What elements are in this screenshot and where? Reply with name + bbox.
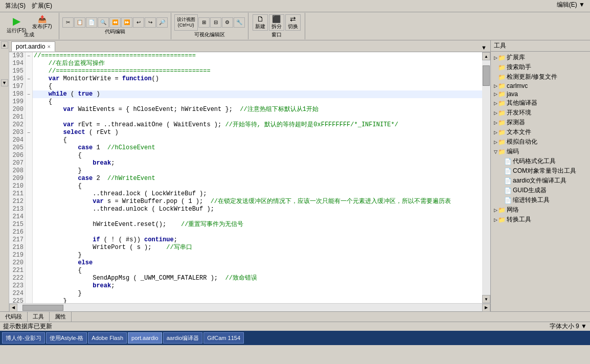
taskbar-item-2[interactable]: Adobe Flash (88, 332, 127, 344)
scroll-thumb[interactable] (483, 65, 490, 86)
toolbar-btn-6[interactable]: ⏩ (121, 17, 132, 28)
tree-item[interactable]: 📄 aardio文件编译工具 (492, 176, 589, 186)
taskbar-item-3[interactable]: port.aardio (128, 332, 162, 344)
code-line (33, 213, 482, 221)
vertical-scrollbar[interactable]: ▲ ▼ (482, 52, 490, 303)
design-view-button[interactable]: 设计视图(Ctrl+U) (174, 14, 198, 31)
tree-item[interactable]: 📄 缩进转换工具 (492, 195, 589, 205)
file-tab[interactable]: port.aardio × (11, 41, 55, 52)
left-arrow-down[interactable]: ▼ (1, 79, 8, 86)
tree-item[interactable]: 📄 代码格式化工具 (492, 156, 589, 166)
toolbar-btn-8[interactable]: ↪ (145, 17, 156, 28)
left-arrow-up[interactable]: ▲ (1, 41, 8, 49)
tree-item-label: GUID生成器 (513, 186, 547, 195)
toolbar-group-code-edit: ✂ 📋 📄 🔍 ⏪ ⏩ ↩ ↪ 🔎 代码编辑 (59, 13, 171, 39)
code-line: ..thread.lock ( LockWriteBuf ); (33, 190, 482, 198)
visual-btn-3[interactable]: ⚙ (222, 17, 233, 28)
taskbar-item-1[interactable]: 使用Astyle-格 (46, 332, 87, 344)
code-line: var rEvt = ..thread.waitOne ( WaitEvents… (33, 121, 482, 129)
tree-item-label: COM对象常量导出工具 (513, 167, 576, 175)
tree-item[interactable]: ▷ 📁 转换工具 (492, 215, 589, 224)
menu-suanfa[interactable]: 算法(S) (2, 1, 29, 11)
code-line: SendAppMsg ( _UWM_COMM_FATALERR ); //致命错… (33, 275, 482, 282)
tree-item[interactable]: 📁 检测更新/修复文件 (492, 72, 589, 82)
tree-item-label: 网络 (507, 206, 519, 214)
tree-item[interactable]: ▷ 📁 扩展库 (492, 53, 589, 62)
tree-item[interactable]: 📄 GUID生成器 (492, 186, 589, 195)
visual-btn-1[interactable]: ⊞ (198, 17, 210, 28)
menu-edit-right[interactable]: 编辑(E) ▼ (554, 0, 588, 9)
switch-button[interactable]: ⇄切换 (285, 14, 301, 31)
toolbar-btn-3[interactable]: 📄 (86, 17, 97, 28)
tree-item[interactable]: 📁 搜索助手 (492, 62, 589, 72)
tree-item[interactable]: 📄 COM对象常量导出工具 (492, 166, 589, 176)
right-panel-title: 工具 (494, 41, 506, 50)
code-line: var s = WriteBuffer.pop ( 1 ); //在锁定发送缓冲… (33, 198, 482, 206)
bottom-tab-props[interactable]: 属性 (50, 312, 72, 322)
toolbar-btn-5[interactable]: ⏪ (109, 17, 121, 28)
tree-item-label: 代码格式化工具 (513, 157, 556, 166)
code-line: } (33, 252, 482, 259)
code-line: //======================================… (33, 67, 482, 75)
publish-button[interactable]: 📤 发布(F7) (30, 14, 54, 31)
tree-item-label: 其他编译器 (507, 99, 537, 107)
toolbar-btn-2[interactable]: 📋 (74, 17, 85, 28)
toolbar-group-generate: ▶ 运行(F5) 📤 发布(F7) 生成 (0, 13, 59, 39)
code-line: var WaitEvents = { hCloseEvent; hWriteEv… (33, 106, 482, 113)
tree-item[interactable]: ▷ 📁 carlmvc (492, 82, 589, 90)
hscroll-left-btn[interactable]: ◀ (9, 304, 17, 312)
tab-close-btn[interactable]: × (47, 43, 50, 50)
code-line: hWriteEvent.reset(); //重置写事件为无信号 (33, 221, 482, 229)
split-button[interactable]: ⬛拆分 (269, 14, 284, 31)
bottom-tab-codesnip[interactable]: 代码段 (0, 312, 28, 322)
hscroll-right-btn[interactable]: ▶ (482, 304, 490, 312)
font-size-control[interactable]: 字体大小 9 ▼ (550, 322, 587, 331)
tree-item[interactable]: ▽ 📁 编码 (492, 147, 589, 156)
code-line: //======================================… (33, 52, 482, 60)
tree-item[interactable]: ▷ 📁 文本文件 (492, 127, 589, 137)
code-line: } (33, 290, 482, 298)
new-window-button[interactable]: 🗋新建 (253, 14, 268, 31)
hscroll-track[interactable] (17, 304, 482, 311)
toolbar-btn-7[interactable]: ↩ (133, 17, 144, 28)
code-line: WritePort ( s ); //写串口 (33, 244, 482, 252)
scroll-down-btn[interactable]: ▼ (482, 295, 490, 303)
code-line: { (33, 183, 482, 190)
tree-item[interactable]: ▷ 📁 模拟自动化 (492, 137, 589, 147)
tree-item-label: 转换工具 (507, 215, 531, 224)
scroll-up-btn[interactable]: ▲ (482, 52, 490, 60)
tab-dropdown[interactable]: ▼ (479, 43, 489, 52)
code-line: { (33, 136, 482, 144)
code-line: { (33, 83, 482, 90)
taskbar-item-5[interactable]: GifCam 1154 (203, 332, 244, 344)
code-line: { (33, 267, 482, 275)
code-line: select ( rEvt ) (33, 129, 482, 136)
bottom-tab-tools[interactable]: 工具 (28, 312, 50, 322)
visual-btn-2[interactable]: ⊟ (210, 17, 221, 28)
code-line: } (33, 167, 482, 175)
tree-item[interactable]: ▷ 📁 java (492, 90, 589, 98)
right-panel-tree: ▷ 📁 扩展库 📁 搜索助手 📁 检测更新/修复文件 ▷ 📁 carlmvc ▷… (491, 52, 590, 311)
toolbar-group-visual: 设计视图(Ctrl+U) ⊞ ⊟ ⚙ 🔧 可视化编辑区 (171, 13, 248, 39)
generate-label: 生成 (24, 31, 34, 38)
taskbar-item-0[interactable]: 博人传-业影习 (2, 332, 45, 344)
toolbar-btn-1[interactable]: ✂ (62, 17, 74, 28)
code-line (33, 113, 482, 121)
toolbar-group-window: 🗋新建 ⬛拆分 ⇄切换 窗口 (248, 13, 305, 39)
toolbar-btn-4[interactable]: 🔍 (98, 17, 109, 28)
taskbar-item-4[interactable]: aardio编译器 (163, 332, 203, 344)
toolbar-btn-search[interactable]: 🔎 (156, 17, 168, 28)
tree-item-label: aardio文件编译工具 (513, 176, 566, 185)
status-message: 提示数据库已更新 (3, 322, 52, 331)
hscroll-thumb[interactable] (22, 305, 63, 311)
run-button[interactable]: ▶ 运行(F5) (4, 14, 29, 31)
tree-item[interactable]: ▷ 📁 探测器 (492, 118, 589, 127)
code-content[interactable]: //======================================… (33, 52, 482, 303)
menu-kuozhan[interactable]: 扩展(E) (29, 1, 55, 11)
visual-btn-4[interactable]: 🔧 (234, 17, 245, 28)
tree-item[interactable]: ▷ 📁 网络 (492, 205, 589, 215)
scroll-track[interactable] (482, 60, 490, 295)
tree-item[interactable]: ▷ 📁 开发环境 (492, 108, 589, 118)
tree-item-label: 检测更新/修复文件 (507, 73, 557, 81)
tree-item[interactable]: ▷ 📁 其他编译器 (492, 98, 589, 108)
